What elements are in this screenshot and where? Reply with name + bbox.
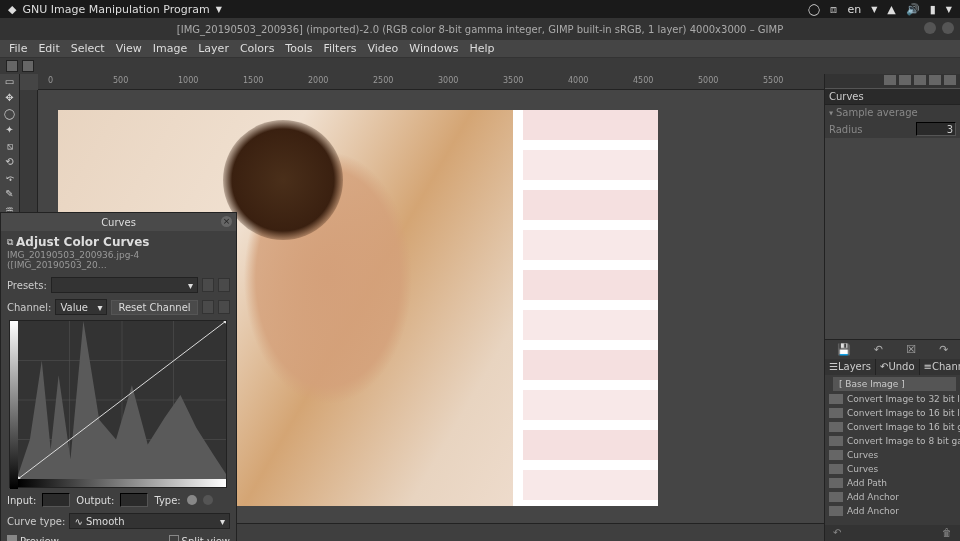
curves-graph[interactable] <box>9 320 227 488</box>
channel-label: Channel: <box>7 302 51 313</box>
app-name[interactable]: GNU Image Manipulation Program <box>22 3 209 16</box>
chevron-down-icon: ▾ <box>188 280 193 291</box>
save-icon[interactable]: 💾 <box>837 343 851 356</box>
redo-arrow-icon[interactable]: ↷ <box>939 343 948 356</box>
curvetype-label: Curve type: <box>7 516 65 527</box>
tab-undo[interactable]: ↶Undo <box>876 359 920 375</box>
menu-colors[interactable]: Colors <box>235 40 279 57</box>
menu-help[interactable]: Help <box>464 40 499 57</box>
chevron-down-icon: ▾ <box>220 516 225 527</box>
curves-titlebar[interactable]: Curves × <box>1 213 236 231</box>
history-item[interactable]: Convert Image to 32 bit linear <box>825 392 960 406</box>
splitview-checkbox[interactable]: Split view <box>169 535 230 541</box>
menu-layer[interactable]: Layer <box>193 40 234 57</box>
window-titlebar: [IMG_20190503_200936] (imported)-2.0 (RG… <box>0 18 960 40</box>
close-button[interactable] <box>942 22 954 34</box>
undo-history[interactable]: [ Base Image ] Convert Image to 32 bit l… <box>825 375 960 525</box>
rp-tab-4[interactable] <box>929 75 941 85</box>
rp-tab-2[interactable] <box>899 75 911 85</box>
menu-select[interactable]: Select <box>66 40 110 57</box>
presets-add-icon[interactable] <box>202 278 214 292</box>
output-gradient <box>10 321 18 489</box>
link-icon[interactable]: ⧉ <box>7 237 13 248</box>
presets-menu-icon[interactable] <box>218 278 230 292</box>
tool-crop[interactable]: ⧅ <box>2 140 18 154</box>
rp-tab-3[interactable] <box>914 75 926 85</box>
tab-channels[interactable]: ≡Channels <box>920 359 960 375</box>
channel-row: Channel: Value▾ Reset Channel <box>1 296 236 318</box>
rp-tab-1[interactable] <box>884 75 896 85</box>
menu-tools[interactable]: Tools <box>280 40 317 57</box>
hist-thumb-icon <box>829 506 843 516</box>
tool-paint[interactable]: ✎ <box>2 188 18 202</box>
history-base-image[interactable]: [ Base Image ] <box>833 377 956 391</box>
app-menu-icon[interactable]: ◆ <box>8 3 16 16</box>
curvetype-row: Curve type: ∿ Smooth ▾ <box>1 510 236 532</box>
expander-icon[interactable]: ▸ <box>827 111 836 115</box>
channel-select[interactable]: Value▾ <box>55 299 107 315</box>
menu-edit[interactable]: Edit <box>33 40 64 57</box>
lang-indicator[interactable]: en <box>847 3 861 16</box>
volume-icon[interactable]: 🔊 <box>906 3 920 16</box>
history-item[interactable]: Add Anchor <box>825 504 960 518</box>
input-gradient <box>18 479 226 487</box>
menu-filters[interactable]: Filters <box>318 40 361 57</box>
toolopt-1[interactable] <box>6 60 18 72</box>
rp-middle-empty <box>825 138 960 339</box>
output-field[interactable] <box>120 493 148 507</box>
tool-lasso[interactable]: ◯ <box>2 108 18 122</box>
tool-fuzzy[interactable]: ✦ <box>2 124 18 138</box>
tool-move[interactable]: ✥ <box>2 92 18 106</box>
tab-layers[interactable]: ☰Layers <box>825 359 876 375</box>
minimize-button[interactable] <box>924 22 936 34</box>
preview-checkbox[interactable]: Preview <box>7 535 59 541</box>
history-item[interactable]: Curves <box>825 462 960 476</box>
record-icon[interactable]: ◯ <box>808 3 820 16</box>
toolopt-2[interactable] <box>22 60 34 72</box>
curves-heading: Adjust Color Curves <box>16 235 149 249</box>
wifi-icon[interactable]: ▲ <box>887 3 895 16</box>
hist-log-icon[interactable] <box>218 300 230 314</box>
hist-thumb-icon <box>829 492 843 502</box>
history-item[interactable]: Convert Image to 16 bit gamma <box>825 420 960 434</box>
tool-selection[interactable]: ▭ <box>2 76 18 90</box>
curves-subheading: IMG_20190503_200936.jpg-4 ([IMG_20190503… <box>7 250 230 270</box>
history-item[interactable]: Add Anchor <box>825 490 960 504</box>
curvetype-select[interactable]: ∿ Smooth ▾ <box>69 513 230 529</box>
system-dropdown-icon[interactable]: ▼ <box>946 5 952 14</box>
dropbox-icon[interactable]: ⧈ <box>830 3 837 16</box>
rp-foot-undo-icon[interactable]: ↶ <box>833 527 841 539</box>
undo-arrow-icon[interactable]: ↶ <box>874 343 883 356</box>
hist-linear-icon[interactable] <box>202 300 214 314</box>
checkbox-on-icon <box>7 535 17 541</box>
presets-select[interactable]: ▾ <box>51 277 198 293</box>
rp-foot-clear-icon[interactable]: 🗑 <box>942 527 952 539</box>
history-item[interactable]: Convert Image to 16 bit linear <box>825 406 960 420</box>
menu-file[interactable]: File <box>4 40 32 57</box>
tool-transform[interactable]: ⟲ <box>2 156 18 170</box>
right-panel-tabs-top <box>825 74 960 88</box>
tool-warp[interactable]: ⤽ <box>2 172 18 186</box>
delete-icon[interactable]: ☒ <box>906 343 916 356</box>
menu-image[interactable]: Image <box>148 40 192 57</box>
ruler-horizontal[interactable]: 0 500 1000 1500 2000 2500 3000 3500 4000… <box>38 74 824 90</box>
menu-windows[interactable]: Windows <box>404 40 463 57</box>
hist-thumb-icon <box>829 436 843 446</box>
rp-radius-input[interactable] <box>916 122 956 136</box>
reset-channel-button[interactable]: Reset Channel <box>111 300 197 315</box>
curves-close-icon[interactable]: × <box>221 216 232 227</box>
menu-view[interactable]: View <box>111 40 147 57</box>
rp-tab-5[interactable] <box>944 75 956 85</box>
dropdown-icon[interactable]: ▼ <box>216 5 222 14</box>
type-smooth-icon[interactable] <box>187 495 197 505</box>
history-item[interactable]: Convert Image to 8 bit gamma <box>825 434 960 448</box>
output-label: Output: <box>76 495 114 506</box>
history-item[interactable]: Curves <box>825 448 960 462</box>
battery-icon[interactable]: ▮ <box>930 3 936 16</box>
hist-thumb-icon <box>829 450 843 460</box>
input-field[interactable] <box>42 493 70 507</box>
history-item[interactable]: Add Path <box>825 476 960 490</box>
hist-thumb-icon <box>829 422 843 432</box>
type-freehand-icon[interactable] <box>203 495 213 505</box>
menu-video[interactable]: Video <box>362 40 403 57</box>
